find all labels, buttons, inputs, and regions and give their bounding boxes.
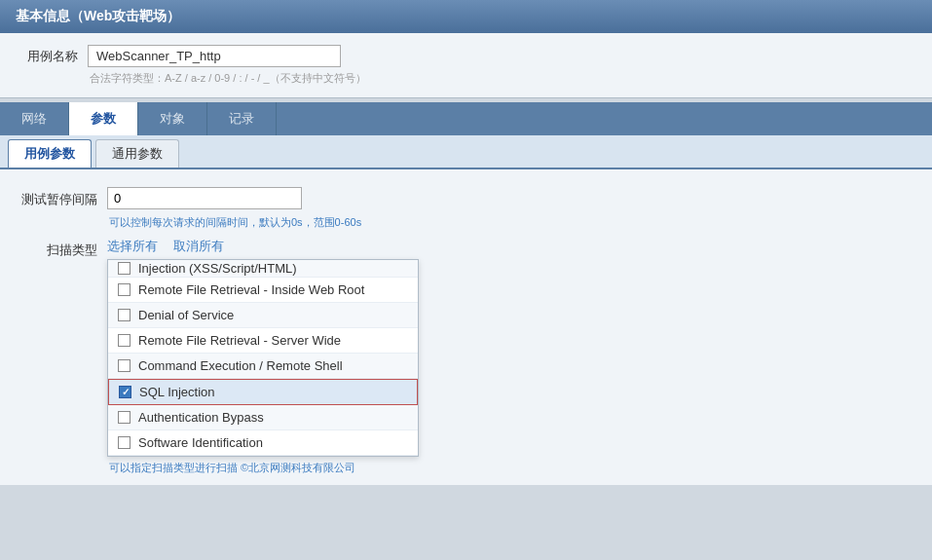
usecase-hint: 合法字符类型：A-Z / a-z / 0-9 / : / - / _（不支持中文… bbox=[90, 71, 913, 86]
interval-hint: 可以控制每次请求的间隔时间，默认为0s，范围0-60s bbox=[109, 215, 913, 230]
tab-network[interactable]: 网络 bbox=[0, 102, 69, 135]
sub-tab-usecase-params[interactable]: 用例参数 bbox=[8, 139, 92, 168]
interval-input[interactable] bbox=[107, 187, 302, 209]
header-title: 基本信息（Web攻击靶场） bbox=[16, 8, 180, 23]
scan-type-row: 扫描类型 选择所有 取消所有 Injection (XSS/Script/HTM… bbox=[19, 238, 913, 457]
checkbox-rfi-inside[interactable] bbox=[118, 283, 130, 296]
list-item-partial: Injection (XSS/Script/HTML) bbox=[108, 260, 418, 278]
main-tabs: 网络 参数 对象 记录 bbox=[0, 102, 932, 135]
header-bar: 基本信息（Web攻击靶场） bbox=[0, 0, 932, 33]
checkbox-softid[interactable] bbox=[118, 436, 130, 449]
tab-params[interactable]: 参数 bbox=[69, 102, 138, 135]
scan-type-controls: 选择所有 取消所有 Injection (XSS/Script/HTML) bbox=[107, 238, 913, 457]
label-sql: SQL Injection bbox=[139, 385, 215, 399]
list-item[interactable]: Authentication Bypass bbox=[108, 405, 418, 430]
usecase-section: 用例名称 合法字符类型：A-Z / a-z / 0-9 / : / - / _（… bbox=[0, 33, 932, 98]
sub-tabs: 用例参数 通用参数 bbox=[0, 135, 932, 169]
label-softid: Software Identification bbox=[138, 435, 263, 450]
label-rfi-inside: Remote File Retrieval - Inside Web Root bbox=[138, 282, 364, 297]
tab-records[interactable]: 记录 bbox=[207, 102, 277, 135]
dropdown-wrapper: Injection (XSS/Script/HTML) Remote File … bbox=[107, 259, 913, 457]
list-item[interactable]: Command Execution / Remote Shell bbox=[108, 354, 418, 379]
scan-links: 选择所有 取消所有 bbox=[107, 238, 913, 255]
sub-tab-common-params[interactable]: 通用参数 bbox=[95, 139, 179, 168]
label-dos: Denial of Service bbox=[138, 308, 234, 322]
select-all-link[interactable]: 选择所有 bbox=[107, 238, 158, 255]
label-partial: Injection (XSS/Script/HTML) bbox=[138, 261, 297, 276]
form-area: 测试暂停间隔 可以控制每次请求的间隔时间，默认为0s，范围0-60s 扫描类型 … bbox=[0, 169, 932, 485]
checkbox-rfi-wide[interactable] bbox=[118, 334, 130, 347]
tab-objects[interactable]: 对象 bbox=[138, 102, 207, 135]
label-auth: Authentication Bypass bbox=[138, 410, 264, 425]
label-cmd: Command Execution / Remote Shell bbox=[138, 358, 343, 373]
list-item-sql[interactable]: SQL Injection bbox=[108, 379, 418, 405]
usecase-input[interactable] bbox=[88, 45, 341, 67]
list-item[interactable]: Software Identification bbox=[108, 430, 418, 456]
deselect-all-link[interactable]: 取消所有 bbox=[173, 238, 224, 255]
checkbox-dos[interactable] bbox=[118, 309, 130, 321]
scan-type-list[interactable]: Injection (XSS/Script/HTML) Remote File … bbox=[107, 259, 419, 457]
checkbox-cmd[interactable] bbox=[118, 359, 130, 372]
interval-row: 测试暂停间隔 bbox=[19, 187, 913, 209]
list-item[interactable]: Remote File Retrieval - Inside Web Root bbox=[108, 278, 418, 303]
checkbox-auth[interactable] bbox=[118, 411, 130, 424]
usecase-label: 用例名称 bbox=[19, 48, 78, 65]
footer-hint: 可以指定扫描类型进行扫描 ©北京网测科技有限公司 bbox=[19, 457, 913, 475]
content-area: 用例参数 通用参数 测试暂停间隔 可以控制每次请求的间隔时间，默认为0s，范围0… bbox=[0, 135, 932, 485]
list-item[interactable]: Denial of Service bbox=[108, 303, 418, 328]
interval-label: 测试暂停间隔 bbox=[19, 187, 97, 208]
label-rfi-wide: Remote File Retrieval - Server Wide bbox=[138, 333, 341, 348]
scan-type-label: 扫描类型 bbox=[19, 238, 97, 259]
list-item[interactable]: Remote File Retrieval - Server Wide bbox=[108, 328, 418, 354]
checkbox-sql[interactable] bbox=[119, 386, 131, 398]
checkbox-partial[interactable] bbox=[118, 262, 130, 275]
